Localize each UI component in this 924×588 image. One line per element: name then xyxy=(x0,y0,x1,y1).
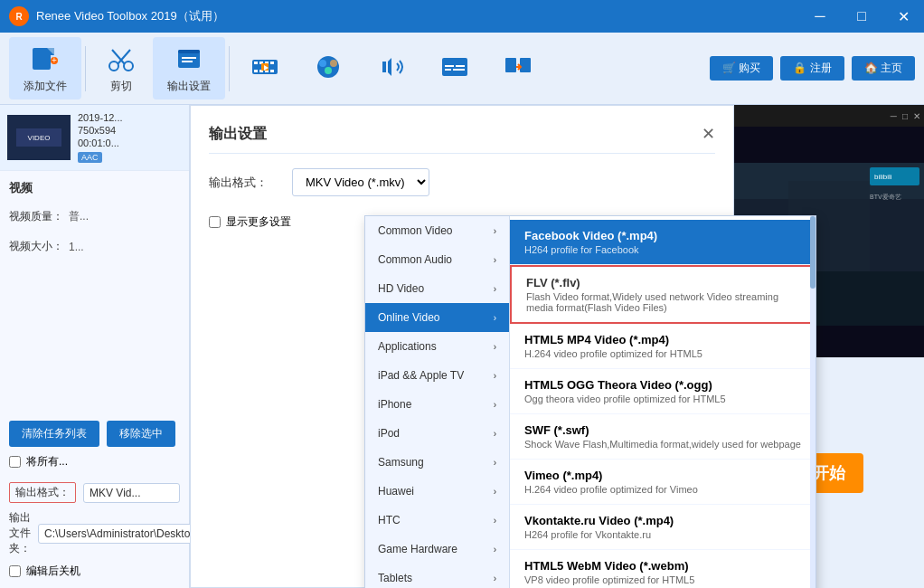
home-button[interactable]: 🏠 主页 xyxy=(852,56,915,81)
format-select[interactable]: MKV Video (*.mkv) xyxy=(292,168,429,196)
format-swf[interactable]: SWF (*.swf) Shock Wave Flash,Multimedia … xyxy=(510,414,816,460)
settings-overlay: 输出设置 ✕ 输出格式： MKV Video (*.mkv) Common Vi… xyxy=(191,106,733,587)
left-panel: VIDEO 2019-12... 750x594 00:01:0... AAC … xyxy=(0,105,190,588)
output-folder-label: 输出文件夹： xyxy=(9,510,31,556)
output-format-label: 输出格式： xyxy=(9,482,76,503)
dropdown-categories: Common Video › Common Audio › HD Video › xyxy=(365,216,510,588)
format-title: Vkontakte.ru Video (*.mp4) xyxy=(524,514,801,527)
chevron-icon: › xyxy=(494,574,496,583)
bottom-panel: 视频 视频质量： 普... 视频大小： 1... 清除任务列表 移除选中 将所有… xyxy=(0,171,189,588)
toolbar-item-4[interactable] xyxy=(233,45,297,92)
format-facebook-video[interactable]: Facebook Video (*.mp4) H264 profile for … xyxy=(510,220,816,265)
maximize-button[interactable]: □ xyxy=(841,0,882,33)
filmstrip-icon xyxy=(249,51,281,83)
toolbar-item-5[interactable] xyxy=(297,45,360,92)
chevron-icon: › xyxy=(494,545,496,555)
svg-point-5 xyxy=(109,62,118,71)
category-applications[interactable]: Applications › xyxy=(365,332,509,361)
format-title: FLV (*.flv) xyxy=(526,276,799,289)
category-htc[interactable]: HTC › xyxy=(365,506,509,535)
preview-min[interactable]: ─ xyxy=(891,111,897,121)
svg-rect-21 xyxy=(270,70,274,72)
format-label: 输出格式： xyxy=(209,175,281,191)
file-date: 2019-12... xyxy=(78,112,123,123)
category-ipad-appletv[interactable]: iPad && Apple TV › xyxy=(365,361,509,390)
video-section-title: 视频 xyxy=(9,180,180,196)
format-desc: H264 profile for Vkontakte.ru xyxy=(524,529,801,540)
settings-close-button[interactable]: ✕ xyxy=(702,124,715,144)
output-folder-row: 输出文件夹： C:\Users\Administrator\Desktop xyxy=(9,510,180,556)
titlebar: R Renee Video Toolbox 2019（试用） ─ □ ✕ xyxy=(0,0,924,33)
svg-rect-29 xyxy=(445,65,454,67)
format-html5-ogg[interactable]: HTML5 OGG Theora Video (*.ogg) Ogg theor… xyxy=(510,369,816,414)
register-button[interactable]: 🔒 注册 xyxy=(780,56,844,81)
toolbar-cut[interactable]: 剪切 xyxy=(90,37,153,100)
file-info: 2019-12... 750x594 00:01:0... AAC xyxy=(78,112,123,163)
format-flv[interactable]: FLV (*.flv) Flash Video format,Widely us… xyxy=(510,265,816,324)
preview-max[interactable]: □ xyxy=(902,111,908,121)
toolbar-item-6[interactable] xyxy=(360,45,423,92)
category-huawei[interactable]: Huawei › xyxy=(365,477,509,506)
select-all-checkbox[interactable] xyxy=(9,456,21,468)
category-game-hardware[interactable]: Game Hardware › xyxy=(365,535,509,564)
close-button[interactable]: ✕ xyxy=(882,0,924,33)
toolbar: + 添加文件 剪切 输出设置 xyxy=(0,33,924,105)
buy-button[interactable]: 🛒 购买 xyxy=(710,56,773,81)
minimize-button[interactable]: ─ xyxy=(799,0,841,33)
format-vkontakte[interactable]: Vkontakte.ru Video (*.mp4) H264 profile … xyxy=(510,505,816,550)
app-logo: R xyxy=(9,6,29,26)
dropdown-right-container: Facebook Video (*.mp4) H264 profile for … xyxy=(510,216,816,588)
dropdown-scrollbar[interactable] xyxy=(810,216,816,588)
svg-rect-32 xyxy=(453,69,465,71)
svg-rect-30 xyxy=(456,65,465,67)
category-ipod[interactable]: iPod › xyxy=(365,419,509,448)
toolbar-sep-2 xyxy=(229,46,230,91)
category-samsung[interactable]: Samsung › xyxy=(365,448,509,477)
chevron-icon: › xyxy=(494,342,496,352)
preview-close[interactable]: ✕ xyxy=(913,111,920,121)
chevron-icon: › xyxy=(494,400,496,410)
category-common-audio[interactable]: Common Audio › xyxy=(365,245,509,274)
svg-text:BTV爱奇艺: BTV爱奇艺 xyxy=(870,194,901,200)
clear-tasks-button[interactable]: 清除任务列表 xyxy=(9,421,99,447)
category-common-video[interactable]: Common Video › xyxy=(365,216,509,245)
format-dropdown: Common Video › Common Audio › HD Video › xyxy=(364,215,816,588)
svg-text:VIDEO: VIDEO xyxy=(28,134,51,142)
show-more-label: 显示更多设置 xyxy=(226,214,291,230)
svg-rect-18 xyxy=(254,70,258,72)
format-vimeo[interactable]: Vimeo (*.mp4) H.264 video profile optimi… xyxy=(510,460,816,505)
chevron-icon: › xyxy=(494,284,496,294)
svg-point-6 xyxy=(124,62,133,71)
category-tablets[interactable]: Tablets › xyxy=(365,564,509,588)
file-item[interactable]: VIDEO 2019-12... 750x594 00:01:0... AAC xyxy=(0,105,189,171)
toolbar-item-7[interactable] xyxy=(423,45,486,92)
main-content: VIDEO 2019-12... 750x594 00:01:0... AAC … xyxy=(0,105,924,588)
file-thumbnail: VIDEO xyxy=(7,115,71,160)
format-desc: H.264 video profile optimized for HTML5 xyxy=(524,348,801,359)
toolbar-add-file[interactable]: + 添加文件 xyxy=(9,37,81,100)
format-desc: Ogg theora video profile optimized for H… xyxy=(524,394,801,404)
svg-point-27 xyxy=(325,67,332,74)
chevron-icon: › xyxy=(494,226,496,236)
select-all-row: 将所有... xyxy=(9,454,180,469)
show-more-checkbox[interactable] xyxy=(209,216,221,228)
category-iphone[interactable]: iPhone › xyxy=(365,390,509,419)
category-hd-video[interactable]: HD Video › xyxy=(365,274,509,303)
toolbar-cut-label: 剪切 xyxy=(110,79,132,94)
header-actions: 🛒 购买 🔒 注册 🏠 主页 xyxy=(710,56,915,81)
format-select-row: 输出格式： MKV Video (*.mkv) Common Video › xyxy=(209,168,715,196)
remove-selected-button[interactable]: 移除选中 xyxy=(107,421,175,447)
category-online-video[interactable]: Online Video › xyxy=(365,303,509,332)
toolbar-output-settings[interactable]: 输出设置 xyxy=(153,37,225,100)
svg-rect-14 xyxy=(254,62,258,64)
format-html5-mp4[interactable]: HTML5 MP4 Video (*.mp4) H.264 video prof… xyxy=(510,324,816,369)
settings-header: 输出设置 ✕ xyxy=(209,124,715,154)
video-size-row: 视频大小： 1... xyxy=(9,239,180,254)
chevron-icon: › xyxy=(494,429,496,439)
format-webm[interactable]: HTML5 WebM Video (*.webm) VP8 video prof… xyxy=(510,550,816,588)
svg-rect-11 xyxy=(182,57,196,59)
shutdown-checkbox[interactable] xyxy=(9,565,21,577)
add-file-icon: + xyxy=(29,43,61,75)
preview-titlebar: ─ □ ✕ xyxy=(734,105,924,127)
toolbar-item-8[interactable] xyxy=(486,45,550,92)
